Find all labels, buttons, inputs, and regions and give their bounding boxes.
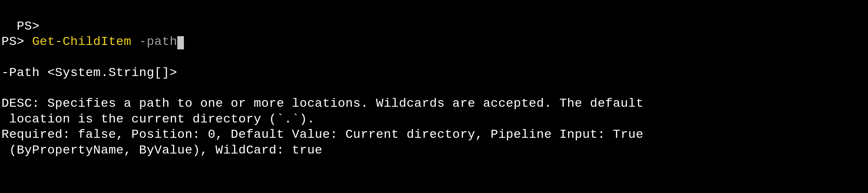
cmdlet-parameter: -path [139,35,177,49]
parameter-description-line1: DESC: Specifies a path to one or more lo… [1,96,867,111]
parameter-attributes-line1: Required: false, Position: 0, Default Va… [1,127,867,143]
parameter-signature: -Path <System.String[]> [1,65,867,81]
space [131,35,139,49]
cmdlet-name: Get-ChildItem [32,35,132,49]
ps-prompt: PS> [17,19,40,33]
parameter-attributes-line2: (ByPropertyName, ByValue), WildCard: tru… [1,143,867,158]
command-input-line[interactable]: PS> Get-ChildItem -path [1,34,867,50]
prompt-line-empty: PS> [1,3,867,34]
cursor-block [177,36,184,49]
blank-line [1,50,867,65]
blank-line [1,80,867,96]
ps-prompt: PS> [1,35,32,49]
parameter-description-line2: location is the current directory (`.`). [1,111,867,127]
